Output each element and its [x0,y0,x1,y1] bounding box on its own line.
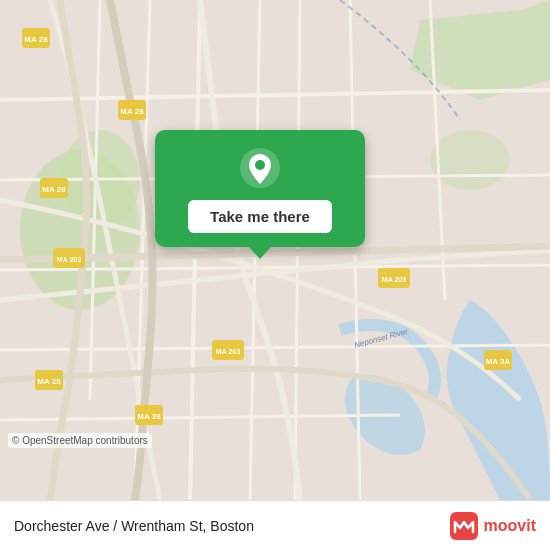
svg-text:MA 28: MA 28 [137,412,161,421]
map-container: MA 28 MA 28 MA 28 MA 28 MA 28 MA 203 MA … [0,0,550,500]
take-me-there-button[interactable]: Take me there [188,200,332,233]
svg-text:MA 203: MA 203 [57,256,81,263]
moovit-logo: moovit [450,512,536,540]
location-pin-icon [238,146,282,190]
bottom-bar: Dorchester Ave / Wrentham St, Boston moo… [0,500,550,550]
svg-text:MA 28: MA 28 [37,377,61,386]
location-label: Dorchester Ave / Wrentham St, Boston [14,518,254,534]
svg-text:MA 28: MA 28 [120,107,144,116]
svg-point-37 [255,160,265,170]
popup-card: Take me there [155,130,365,247]
svg-text:MA 203: MA 203 [382,276,406,283]
moovit-brand-text: moovit [484,517,536,535]
svg-text:MA 3A: MA 3A [486,357,511,366]
svg-text:MA 203: MA 203 [216,348,240,355]
map-attribution: © OpenStreetMap contributors [8,433,152,448]
moovit-m-icon [450,512,478,540]
svg-point-4 [430,130,510,190]
svg-text:MA 28: MA 28 [42,185,66,194]
svg-text:MA 28: MA 28 [24,35,48,44]
